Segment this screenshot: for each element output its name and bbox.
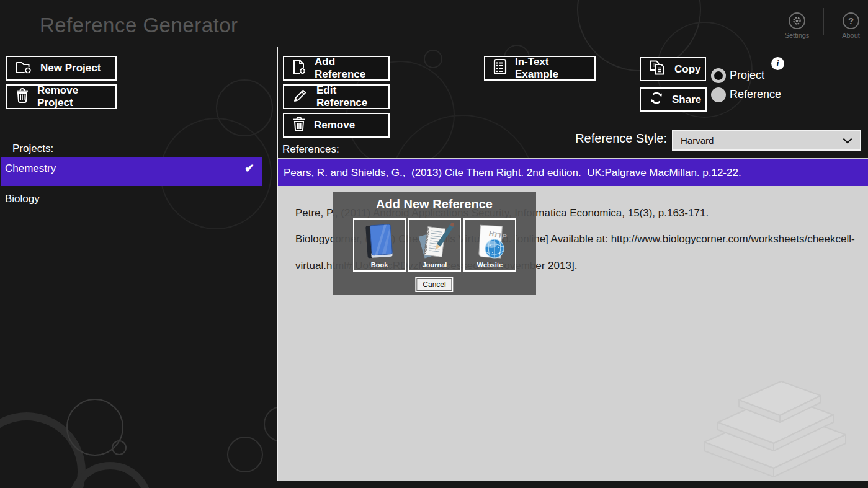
trash-icon	[16, 87, 29, 106]
header-divider	[823, 8, 824, 35]
new-project-label: New Project	[40, 62, 101, 74]
journal-option-label: Journal	[423, 261, 447, 268]
copy-button[interactable]: Copy	[640, 57, 706, 81]
remove-project-button[interactable]: Remove Project	[6, 84, 117, 109]
remove-reference-button[interactable]: Remove	[283, 113, 390, 138]
decorative-circle	[424, 50, 442, 68]
book-option-label: Book	[371, 261, 388, 268]
decorative-circle	[227, 437, 263, 472]
settings-button[interactable]: Settings	[789, 12, 805, 29]
in-text-example-label: In-Text Example	[515, 56, 594, 81]
about-label: About	[842, 32, 860, 39]
about-button[interactable]: ? About	[843, 12, 859, 29]
journal-icon	[416, 223, 454, 264]
gear-icon	[789, 12, 805, 29]
share-button[interactable]: Share	[640, 87, 707, 112]
share-icon	[649, 91, 664, 109]
remove-reference-label: Remove	[314, 119, 355, 131]
info-icon[interactable]: i	[771, 57, 784, 70]
website-option-label: Website	[477, 261, 503, 268]
remove-project-label: Remove Project	[37, 84, 115, 109]
books-watermark	[679, 343, 866, 479]
list-document-icon	[493, 58, 507, 78]
new-project-button[interactable]: New Project	[6, 56, 117, 81]
radio-project[interactable]	[711, 68, 726, 83]
project-item-chemestry[interactable]: Chemestry ✔	[1, 157, 262, 186]
pencil-icon	[292, 87, 308, 107]
check-icon: ✔	[244, 161, 254, 175]
add-reference-button[interactable]: Add Reference	[283, 56, 390, 81]
reference-style-value: Harvard	[681, 135, 714, 146]
copy-icon	[649, 60, 666, 79]
website-icon: HTTP	[472, 223, 509, 264]
book-option-tile[interactable]: Book	[353, 218, 406, 272]
in-text-example-button[interactable]: In-Text Example	[484, 56, 596, 81]
project-name: Biology	[5, 193, 40, 205]
radio-project-label: Project	[730, 69, 764, 82]
project-name: Chemestry	[5, 162, 56, 174]
chevron-down-icon	[843, 138, 852, 144]
project-item-biology[interactable]: Biology	[5, 193, 40, 205]
edit-reference-button[interactable]: Edit Reference	[283, 84, 390, 109]
add-new-reference-dialog: Add New Reference Book	[333, 192, 536, 295]
decorative-circle	[68, 462, 152, 488]
dialog-title: Add New Reference	[333, 197, 536, 211]
page-plus-icon	[292, 59, 306, 78]
decorative-circle	[0, 412, 86, 488]
book-icon	[362, 223, 398, 264]
decorative-circle	[216, 79, 273, 136]
reference-style-select[interactable]: Harvard	[672, 130, 861, 151]
add-reference-label: Add Reference	[315, 56, 388, 81]
reference-row-selected[interactable]: Pears, R. and Shields, G., (2013) Cite T…	[278, 159, 868, 186]
cancel-button[interactable]: Cancel	[416, 278, 452, 291]
share-label: Share	[672, 94, 701, 106]
settings-label: Settings	[785, 32, 810, 39]
trash-icon	[292, 116, 306, 135]
decorative-circle	[112, 440, 127, 455]
radio-reference[interactable]	[711, 87, 726, 102]
app-window: Reference Generator Settings ? About New…	[0, 0, 868, 488]
reference-text: Pears, R. and Shields, G., (2013) Cite T…	[284, 167, 741, 179]
references-label: References:	[282, 143, 339, 156]
copy-label: Copy	[674, 63, 701, 76]
folder-plus-icon	[16, 60, 32, 78]
website-option-tile[interactable]: HTTP Website	[463, 218, 516, 272]
question-icon: ?	[843, 12, 859, 29]
decorative-circle	[66, 399, 123, 456]
reference-style-label: Reference Style:	[524, 131, 667, 146]
journal-option-tile[interactable]: Journal	[408, 218, 461, 272]
projects-label: Projects:	[12, 143, 53, 155]
radio-reference-label: Reference	[730, 88, 781, 101]
page-title: Reference Generator	[40, 14, 238, 37]
edit-reference-label: Edit Reference	[316, 84, 388, 109]
